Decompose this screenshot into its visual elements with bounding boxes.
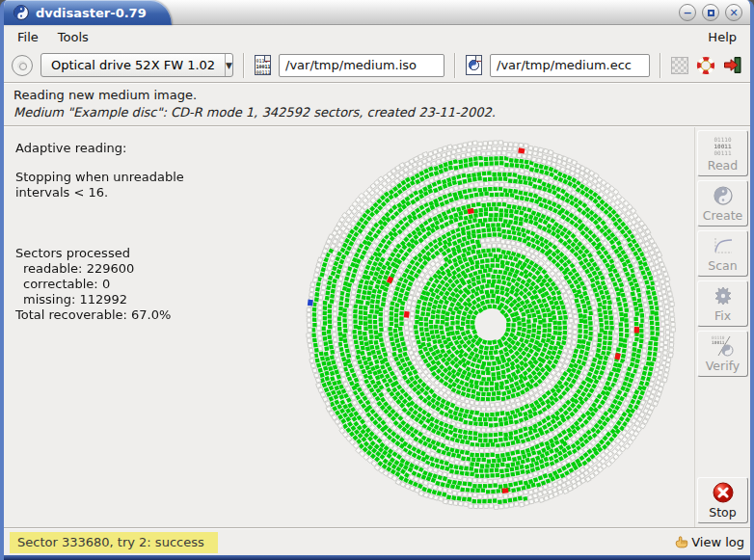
sectors-processed-title: Sectors processed bbox=[15, 246, 237, 261]
reading-view: Adaptive reading: Stopping when unreadab… bbox=[4, 127, 694, 527]
verify-compare-icon: 01110 10011 bbox=[698, 333, 747, 359]
fix-tool-icon bbox=[698, 283, 747, 308]
scan-curve-icon bbox=[698, 233, 747, 258]
menu-tools[interactable]: Tools bbox=[48, 28, 98, 46]
toolbar-separator bbox=[660, 53, 661, 78]
view-log-button[interactable]: View log bbox=[674, 535, 744, 549]
maximize-button[interactable] bbox=[702, 4, 719, 21]
ecc-yinyang-icon bbox=[469, 60, 479, 70]
svg-text:10011: 10011 bbox=[712, 340, 725, 345]
toolbar: Optical drive 52X FW 1.02 ▼ 0111 10011 0… bbox=[4, 48, 750, 82]
reading-stats-panel: Adaptive reading: Stopping when unreadab… bbox=[15, 141, 237, 323]
image-file-input[interactable] bbox=[279, 54, 444, 77]
toolbar-separator bbox=[454, 53, 456, 78]
ecc-file-icon bbox=[466, 55, 482, 75]
close-icon: ✕ bbox=[729, 8, 738, 18]
quit-door-arrow-icon bbox=[723, 56, 742, 74]
window-title: dvdisaster-0.79 bbox=[36, 6, 147, 20]
status-bar: Sector 333680, try 2: success View log bbox=[4, 529, 750, 555]
create-yinyang-icon bbox=[698, 183, 747, 208]
read-label: Read bbox=[698, 158, 747, 173]
create-label: Create bbox=[698, 208, 747, 223]
stat-correctable: correctable: 0 bbox=[15, 277, 237, 292]
preferences-icon-disabled bbox=[671, 57, 688, 74]
stat-missing: missing: 112992 bbox=[15, 292, 237, 307]
window-bottom-frame bbox=[4, 555, 750, 560]
drive-selector-value: Optical drive 52X FW 1.02 bbox=[41, 58, 225, 72]
app-window: dvdisaster-0.79 − ✕ File Tools Help Opti… bbox=[0, 0, 754, 560]
medium-info-line: Medium "Example disc": CD-R mode 1, 3425… bbox=[13, 105, 741, 120]
stat-total-recoverable: Total recoverable: 67.0% bbox=[15, 307, 237, 323]
maximize-icon bbox=[708, 10, 714, 16]
minimize-icon: − bbox=[683, 8, 691, 18]
app-logo-yinyang-icon bbox=[13, 5, 29, 20]
fix-button[interactable]: Fix bbox=[697, 280, 748, 327]
main-area: Adaptive reading: Stopping when unreadab… bbox=[4, 127, 750, 527]
title-bar[interactable]: dvdisaster-0.79 − ✕ bbox=[4, 0, 750, 25]
verify-button[interactable]: 01110 10011 Verify bbox=[697, 331, 748, 377]
read-button[interactable]: 01110 10011 00111 Read bbox=[697, 130, 748, 176]
menu-bar: File Tools Help bbox=[4, 25, 750, 48]
title-tab: dvdisaster-0.79 bbox=[0, 0, 172, 25]
quit-button[interactable] bbox=[723, 56, 742, 74]
scan-label: Scan bbox=[698, 258, 747, 273]
scan-button[interactable]: Scan bbox=[697, 230, 748, 277]
image-file-icon: 0111 10011 00111 bbox=[255, 55, 271, 75]
ecc-file-input[interactable] bbox=[490, 54, 650, 77]
sector-status-message: Sector 333680, try 2: success bbox=[10, 532, 218, 553]
read-binary-icon: 01110 10011 00111 bbox=[698, 133, 747, 158]
cd-drive-icon bbox=[12, 55, 33, 76]
stat-readable: readable: 229600 bbox=[15, 261, 237, 277]
toolbar-separator bbox=[243, 53, 245, 78]
stop-label: Stop bbox=[698, 505, 747, 520]
chevron-down-icon[interactable]: ▼ bbox=[225, 54, 232, 76]
stop-icon bbox=[698, 480, 747, 505]
menu-file[interactable]: File bbox=[8, 28, 48, 46]
hand-pointer-icon bbox=[674, 535, 688, 549]
stop-button[interactable]: Stop bbox=[697, 477, 748, 523]
reading-mode-label: Adaptive reading: bbox=[15, 141, 237, 156]
create-button[interactable]: Create bbox=[697, 180, 748, 227]
fix-label: Fix bbox=[698, 308, 747, 323]
lifebelt-icon bbox=[696, 56, 715, 75]
verify-label: Verify bbox=[698, 359, 747, 373]
reading-strategy-label: Stopping when unreadable intervals < 16. bbox=[15, 170, 237, 200]
drive-selector[interactable]: Optical drive 52X FW 1.02 ▼ bbox=[40, 53, 233, 77]
action-status-line: Reading new medium image. bbox=[13, 88, 741, 102]
help-lifebelt-button[interactable] bbox=[696, 56, 715, 75]
menu-help[interactable]: Help bbox=[698, 28, 746, 46]
minimize-button[interactable]: − bbox=[679, 4, 696, 21]
info-area: Reading new medium image. Medium "Exampl… bbox=[4, 84, 750, 125]
close-button[interactable]: ✕ bbox=[725, 4, 742, 21]
action-sidebar: 01110 10011 00111 Read Create bbox=[694, 127, 750, 527]
